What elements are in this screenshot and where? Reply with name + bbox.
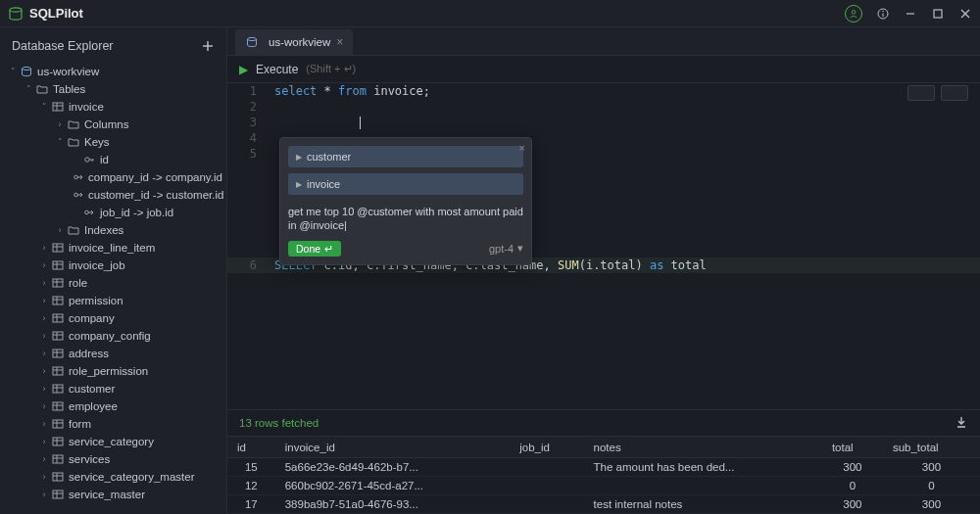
tree-table[interactable]: ›employee [4,397,222,415]
table-icon [51,470,65,484]
table-name: service_category_master [69,471,194,483]
line-gutter: 6 [227,257,267,273]
tree-columns-folder[interactable]: › Columns [4,116,222,133]
col-header[interactable]: id [227,437,275,458]
done-button[interactable]: Done↵ [288,241,341,257]
ai-prompt-input[interactable]: get me top 10 @customer with most amount… [288,201,523,241]
table-name: company_config [69,330,151,342]
tree-table[interactable]: ›company_config [4,327,222,345]
tree-table[interactable]: ›permission [4,292,222,309]
tree-table-invoice[interactable]: ˅ invoice [4,98,222,116]
minimize-button[interactable] [904,7,917,21]
tree-table[interactable]: ›address [4,345,222,362]
tree-tables-folder[interactable]: ˅ Tables [4,80,222,98]
info-icon[interactable] [876,7,890,21]
keys-label: Keys [84,136,110,148]
svg-rect-27 [53,261,63,269]
ai-prompt-popup: × ▶customer ▶invoice get me top 10 @cust… [279,137,532,265]
results-table: id invoice_id job_id notes total sub_tot… [227,436,980,514]
titlebar: SQLPilot [0,0,980,27]
results-panel: 13 rows fetched id invoice_id job_id not… [227,409,980,514]
model-selector[interactable]: gpt-4▾ [489,242,523,255]
table-name: company [69,312,115,324]
fk-icon [73,188,84,202]
download-icon[interactable] [955,415,968,432]
col-header[interactable]: notes [584,437,822,458]
tree-key-fk[interactable]: job_id -> job.id [4,204,222,221]
svg-point-15 [85,158,89,162]
add-connection-button[interactable] [201,39,215,53]
editor-panel: us-workview × ▶ Execute (Shift + ↵) 1234… [227,27,980,514]
query-toolbar: ▶ Execute (Shift + ↵) [227,56,980,82]
tree-table[interactable]: ›company [4,309,222,327]
col-header[interactable]: job_id [510,437,583,458]
table-row[interactable]: 17389ba9b7-51a0-4676-93...test internal … [227,495,980,514]
close-icon[interactable]: × [519,142,525,154]
tree-indexes-folder[interactable]: › Indexes [4,221,222,239]
table-icon [51,435,65,448]
svg-point-11 [23,67,31,70]
col-header[interactable]: sub_total [883,437,980,458]
col-header[interactable]: invoice_id [275,437,511,458]
svg-rect-60 [53,455,63,463]
svg-point-69 [248,38,257,41]
ai-context-chip[interactable]: ▶invoice [288,173,523,195]
maximize-button[interactable] [931,7,945,21]
svg-point-20 [74,193,78,197]
tree-table[interactable]: ›service_category [4,433,222,450]
svg-point-0 [10,7,22,11]
col-header[interactable]: total [822,437,883,458]
table-row[interactable]: 12660bc902-2671-45cd-a27...00 [227,477,980,495]
table-name: service_master [69,489,145,500]
tree-keys-folder[interactable]: ˅ Keys [4,133,222,151]
tree-table[interactable]: ›role [4,274,222,292]
line-gutter: 12345 [227,83,267,162]
svg-rect-51 [53,402,63,410]
svg-point-4 [882,10,883,11]
tab-close-icon[interactable]: × [336,35,343,49]
database-explorer: Database Explorer ˅ us-workview ˅ Tables… [0,27,227,514]
tree-table[interactable]: ›services [4,450,222,468]
close-button[interactable] [958,7,972,21]
table-icon [51,417,65,431]
execute-button[interactable]: Execute [256,63,298,76]
svg-rect-33 [53,297,63,304]
ai-context-chip[interactable]: ▶customer [288,146,523,167]
tree-table[interactable]: ›service_master [4,486,222,503]
tree-table[interactable]: ›customer [4,380,222,397]
table-name: role [69,277,87,289]
table-name: form [69,418,91,430]
svg-rect-45 [53,367,63,375]
tree-table[interactable]: ›invoice_line_item [4,239,222,257]
tree-key-fk[interactable]: company_id -> company.id [4,168,222,186]
svg-rect-6 [934,10,942,18]
svg-rect-30 [53,279,63,287]
folder-icon [67,223,80,237]
table-row[interactable]: 155a66e23e-6d49-462b-b7...The amount has… [227,458,980,477]
svg-rect-39 [53,332,63,340]
table-icon [51,258,65,272]
tree-key-pk[interactable]: id [4,151,222,168]
svg-rect-66 [53,491,63,498]
tree-table[interactable]: ›invoice_job [4,257,222,274]
connection-label: us-workview [37,66,99,77]
folder-icon [67,117,80,131]
tree-table[interactable]: ›form [4,415,222,433]
svg-rect-36 [53,314,63,322]
window-controls [845,5,972,23]
play-icon[interactable]: ▶ [239,63,248,76]
svg-point-18 [74,175,78,179]
tree-table[interactable]: ›role_permission [4,362,222,380]
table-name: address [69,348,109,359]
table-name: permission [69,295,123,306]
tab-connection[interactable]: us-workview × [235,29,353,55]
table-icon [51,488,65,501]
user-avatar-icon[interactable] [845,5,862,23]
key-label: customer_id -> customer.id [88,189,223,201]
logo-icon [8,6,24,22]
tab-label: us-workview [269,36,330,48]
tree-connection[interactable]: ˅ us-workview [4,63,222,80]
svg-point-22 [85,210,89,214]
tree-table[interactable]: ›service_category_master [4,468,222,486]
tree-key-fk[interactable]: customer_id -> customer.id [4,186,222,204]
